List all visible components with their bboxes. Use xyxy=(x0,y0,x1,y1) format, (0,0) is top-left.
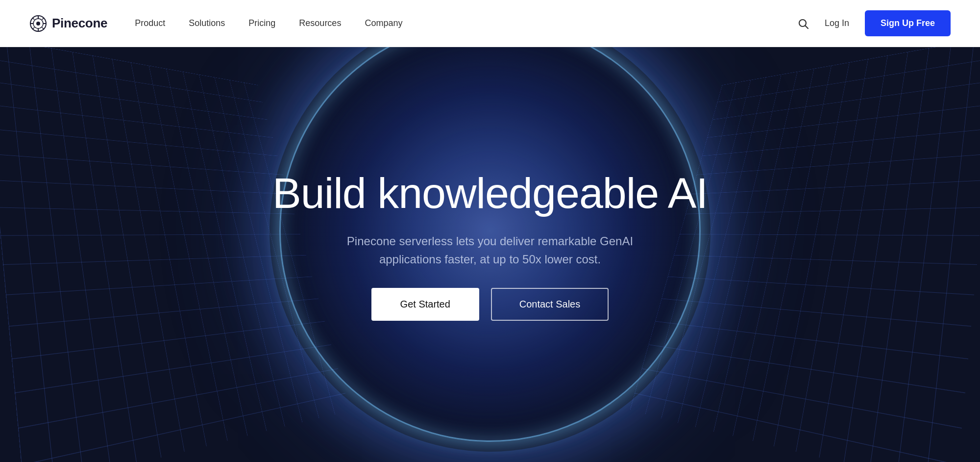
navbar: Pinecone Product Solutions Pricing Resou… xyxy=(0,0,980,47)
hero-title: Build knowledgeable AI xyxy=(272,171,708,216)
signup-button[interactable]: Sign Up Free xyxy=(865,10,951,36)
nav-links: Product Solutions Pricing Resources Comp… xyxy=(135,18,402,28)
svg-line-10 xyxy=(32,27,34,29)
nav-item-pricing[interactable]: Pricing xyxy=(248,18,275,28)
search-button[interactable] xyxy=(797,18,809,29)
nav-link-company[interactable]: Company xyxy=(365,18,402,28)
svg-line-9 xyxy=(42,18,44,20)
nav-link-resources[interactable]: Resources xyxy=(299,18,341,28)
hero-content: Build knowledgeable AI Pinecone serverle… xyxy=(272,171,708,321)
nav-item-company[interactable]: Company xyxy=(365,18,402,28)
hero-buttons: Get Started Contact Sales xyxy=(371,288,609,321)
nav-link-pricing[interactable]: Pricing xyxy=(248,18,275,28)
hero-section: Build knowledgeable AI Pinecone serverle… xyxy=(0,0,980,462)
get-started-button[interactable]: Get Started xyxy=(371,288,479,321)
svg-line-8 xyxy=(42,27,44,29)
nav-item-solutions[interactable]: Solutions xyxy=(189,18,225,28)
nav-item-resources[interactable]: Resources xyxy=(299,18,341,28)
nav-link-solutions[interactable]: Solutions xyxy=(189,18,225,28)
search-icon xyxy=(797,18,809,29)
logo-text: Pinecone xyxy=(52,16,107,31)
navbar-left: Pinecone Product Solutions Pricing Resou… xyxy=(29,15,402,32)
contact-sales-button[interactable]: Contact Sales xyxy=(491,288,609,321)
logo-icon xyxy=(29,15,47,32)
nav-link-product[interactable]: Product xyxy=(135,18,165,28)
login-link[interactable]: Log In xyxy=(825,18,849,28)
navbar-right: Log In Sign Up Free xyxy=(797,10,951,36)
svg-line-12 xyxy=(805,26,808,28)
svg-line-7 xyxy=(32,18,34,20)
nav-item-product[interactable]: Product xyxy=(135,18,165,28)
hero-subtitle: Pinecone serverless lets you deliver rem… xyxy=(323,232,657,268)
logo[interactable]: Pinecone xyxy=(29,15,107,32)
svg-point-2 xyxy=(36,22,40,26)
